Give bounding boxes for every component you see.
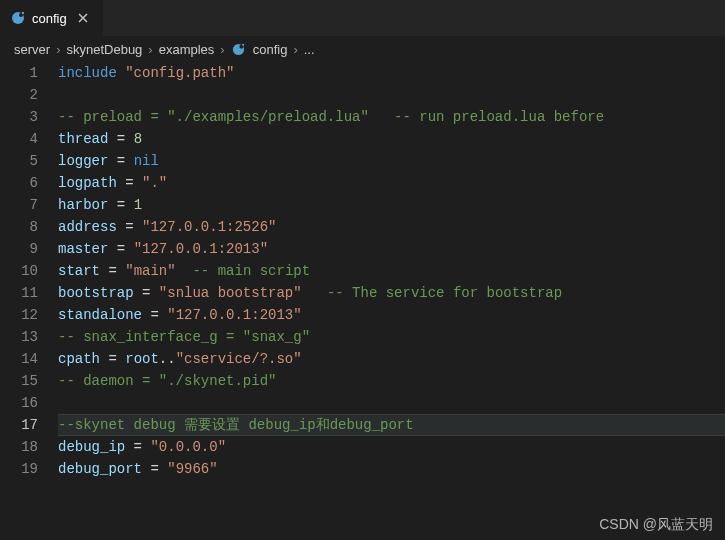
code-line[interactable]: harbor = 1 <box>58 194 725 216</box>
code-line[interactable]: include "config.path" <box>58 62 725 84</box>
svg-point-2 <box>22 12 24 14</box>
breadcrumb-item-examples[interactable]: examples <box>159 42 215 57</box>
chevron-right-icon: › <box>54 42 62 57</box>
code-line[interactable] <box>58 84 725 106</box>
code-line[interactable]: master = "127.0.0.1:2013" <box>58 238 725 260</box>
code-line[interactable] <box>58 392 725 414</box>
line-number: 4 <box>0 128 38 150</box>
line-number: 2 <box>0 84 38 106</box>
code-line[interactable]: debug_port = "9966" <box>58 458 725 480</box>
breadcrumb-item-skynetdebug[interactable]: skynetDebug <box>66 42 142 57</box>
line-number: 17 <box>0 414 38 436</box>
code-editor[interactable]: 12345678910111213141516171819 include "c… <box>0 62 725 540</box>
code-line[interactable]: thread = 8 <box>58 128 725 150</box>
line-number: 3 <box>0 106 38 128</box>
line-number: 12 <box>0 304 38 326</box>
lua-icon <box>10 10 26 26</box>
breadcrumb-item-config[interactable]: config <box>253 42 288 57</box>
line-number: 7 <box>0 194 38 216</box>
code-line[interactable]: bootstrap = "snlua bootstrap" -- The ser… <box>58 282 725 304</box>
code-line[interactable]: -- snax_interface_g = "snax_g" <box>58 326 725 348</box>
svg-point-7 <box>242 43 244 45</box>
code-line[interactable]: debug_ip = "0.0.0.0" <box>58 436 725 458</box>
code-line[interactable]: cpath = root.."cservice/?.so" <box>58 348 725 370</box>
line-number: 14 <box>0 348 38 370</box>
line-number: 1 <box>0 62 38 84</box>
code-line[interactable]: -- daemon = "./skynet.pid" <box>58 370 725 392</box>
line-number: 16 <box>0 392 38 414</box>
tab-bar: config <box>0 0 725 36</box>
tab-config[interactable]: config <box>0 0 104 36</box>
breadcrumb: server › skynetDebug › examples › config… <box>0 36 725 62</box>
code-line[interactable]: start = "main" -- main script <box>58 260 725 282</box>
line-number: 11 <box>0 282 38 304</box>
code-line[interactable]: --skynet debug 需要设置 debug_ip和debug_port <box>58 414 725 436</box>
line-number: 10 <box>0 260 38 282</box>
breadcrumb-item-server[interactable]: server <box>14 42 50 57</box>
line-number: 9 <box>0 238 38 260</box>
line-number: 6 <box>0 172 38 194</box>
chevron-right-icon: › <box>218 42 226 57</box>
line-number: 8 <box>0 216 38 238</box>
line-number: 5 <box>0 150 38 172</box>
chevron-right-icon: › <box>146 42 154 57</box>
tab-title: config <box>32 11 67 26</box>
code-line[interactable]: -- preload = "./examples/preload.lua" --… <box>58 106 725 128</box>
chevron-right-icon: › <box>291 42 299 57</box>
line-number: 13 <box>0 326 38 348</box>
code-line[interactable]: logger = nil <box>58 150 725 172</box>
scrollbar[interactable] <box>712 62 725 540</box>
line-number-gutter: 12345678910111213141516171819 <box>0 62 58 540</box>
breadcrumb-trailing[interactable]: ... <box>304 42 315 57</box>
code-line[interactable]: standalone = "127.0.0.1:2013" <box>58 304 725 326</box>
code-line[interactable]: logpath = "." <box>58 172 725 194</box>
lua-icon <box>231 41 247 57</box>
line-number: 15 <box>0 370 38 392</box>
line-number: 19 <box>0 458 38 480</box>
code-line[interactable]: address = "127.0.0.1:2526" <box>58 216 725 238</box>
line-number: 18 <box>0 436 38 458</box>
code-area[interactable]: include "config.path"-- preload = "./exa… <box>58 62 725 540</box>
close-icon[interactable] <box>73 8 93 28</box>
